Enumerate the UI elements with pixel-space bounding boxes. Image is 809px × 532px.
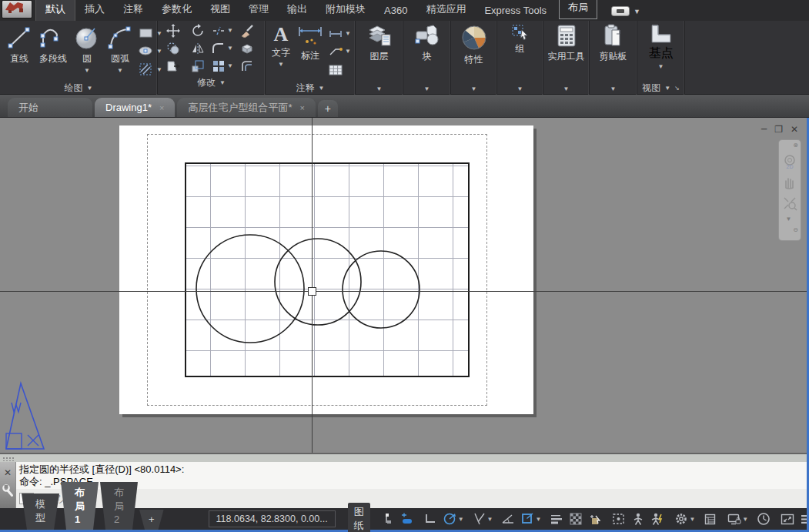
lock-ui-icon[interactable] xyxy=(725,510,743,528)
close-icon[interactable]: × xyxy=(299,103,304,112)
chevron-down-icon[interactable]: ▼ xyxy=(689,516,695,523)
chevron-down-icon[interactable]: ▼ xyxy=(658,63,664,70)
annotation-scale-icon[interactable] xyxy=(648,510,666,528)
layout-tab-model[interactable]: 模型 xyxy=(22,494,59,530)
explode-button[interactable] xyxy=(240,42,254,55)
text-button[interactable]: A 文字 ▼ xyxy=(269,23,293,81)
close-icon[interactable]: ✕ xyxy=(4,467,12,478)
panel-layers[interactable]: 图层 ▼ xyxy=(356,21,403,95)
layout-viewport[interactable] xyxy=(185,162,470,377)
tab-view[interactable]: 视图 xyxy=(201,0,239,21)
snap-mode-icon[interactable] xyxy=(398,510,416,528)
isodraft-icon[interactable] xyxy=(470,510,488,528)
object-snap-tracking-icon[interactable] xyxy=(499,510,516,528)
layout-tab-layout2[interactable]: 布局2 xyxy=(100,482,138,530)
chevron-down-icon[interactable]: ▼ xyxy=(117,67,123,74)
panel-clipboard[interactable]: 剪贴板 ▼ xyxy=(590,21,637,95)
panel-block[interactable]: 块 ▼ xyxy=(403,21,451,95)
chevron-down-icon[interactable]: ▼ xyxy=(458,516,464,523)
drawing-canvas[interactable]: ─ ❐ ✕ ⊗ 2D ▼ ⊖ xyxy=(0,118,809,453)
polyline-button[interactable]: 多段线 xyxy=(35,23,71,81)
dimension-button[interactable]: 标注 xyxy=(293,23,327,81)
tab-a360[interactable]: A360 xyxy=(375,1,416,21)
panel-utilities[interactable]: 实用工具 ▼ xyxy=(543,21,590,95)
chevron-down-icon[interactable]: ▼ xyxy=(84,67,90,74)
panel-label-annotate[interactable]: 注释▼ xyxy=(266,81,355,95)
chevron-down-icon[interactable]: ▼ xyxy=(633,8,640,15)
panel-properties[interactable]: 特性 ▼ xyxy=(451,21,497,95)
dock-drag-handle-icon[interactable] xyxy=(2,457,15,461)
tab-express-tools[interactable]: Express Tools xyxy=(475,1,556,21)
chevron-down-icon[interactable]: ▼ xyxy=(563,85,570,92)
chevron-down-icon[interactable]: ▼ xyxy=(517,85,523,92)
navigation-bar[interactable]: ⊗ 2D ▼ ⊖ xyxy=(778,139,801,241)
tab-output[interactable]: 输出 xyxy=(278,0,316,21)
tab-manage[interactable]: 管理 xyxy=(239,0,278,21)
selection-cycling-icon[interactable] xyxy=(586,510,603,528)
isolate-objects-icon[interactable] xyxy=(754,510,772,528)
leader-button[interactable]: ▼ xyxy=(329,47,351,56)
dialog-launcher-icon[interactable]: ↘ xyxy=(674,85,680,92)
chevron-down-icon[interactable]: ▼ xyxy=(278,61,284,68)
file-tab-drawing1[interactable]: Drawing1* × xyxy=(95,98,175,117)
file-tab-drawing2[interactable]: 高层住宅户型组合平面* × xyxy=(177,98,316,117)
basepoint-button[interactable]: 基点 xyxy=(649,45,674,62)
file-tab-start[interactable]: 开始 xyxy=(8,98,92,117)
application-menu-button[interactable] xyxy=(2,0,32,18)
paper-space-button[interactable]: 图纸 xyxy=(348,503,370,532)
panel-label-modify[interactable]: 修改▼ xyxy=(158,75,265,89)
workspace-gear-icon[interactable] xyxy=(672,510,690,528)
layout-tab-layout1[interactable]: 布局1 xyxy=(61,482,99,530)
chevron-down-icon[interactable]: ▼ xyxy=(610,85,617,92)
close-icon[interactable]: × xyxy=(159,103,164,112)
steering-wheel-2d-icon[interactable]: 2D xyxy=(782,154,797,169)
pan-hand-icon[interactable] xyxy=(782,176,797,189)
chevron-down-icon[interactable]: ▼ xyxy=(487,516,493,523)
chevron-down-icon[interactable]: ▼ xyxy=(424,85,430,92)
chevron-down-icon[interactable]: ▼ xyxy=(376,85,383,92)
chevron-down-icon[interactable]: ▼ xyxy=(786,217,792,222)
copy-button[interactable] xyxy=(166,42,180,55)
tab-insert[interactable]: 插入 xyxy=(75,0,114,21)
wrench-icon[interactable] xyxy=(2,484,14,497)
new-drawing-button[interactable]: + xyxy=(318,100,338,117)
quick-properties-icon[interactable] xyxy=(701,510,719,528)
chevron-down-icon[interactable]: ▼ xyxy=(227,45,233,52)
panel-label-view[interactable]: 视图▼ ↘ xyxy=(637,81,684,95)
offset-button[interactable] xyxy=(240,59,254,73)
move-button[interactable] xyxy=(166,24,180,38)
tab-default[interactable]: 默认 xyxy=(35,0,75,21)
tab-featured-apps[interactable]: 精选应用 xyxy=(416,0,475,21)
scale-button[interactable] xyxy=(191,59,205,73)
chevron-down-icon[interactable]: ▼ xyxy=(227,62,233,69)
close-icon[interactable]: ⊗ xyxy=(793,143,798,148)
annotation-autoscale-icon[interactable] xyxy=(629,510,647,528)
rotate-button[interactable] xyxy=(191,24,205,38)
chevron-down-icon[interactable]: ▼ xyxy=(742,516,748,523)
panel-label-draw[interactable]: 绘图▼ xyxy=(0,81,157,95)
arc-button[interactable]: 圆弧 ▼ xyxy=(103,23,137,81)
stretch-button[interactable] xyxy=(166,59,180,73)
array-button[interactable]: ▼ xyxy=(212,59,233,73)
object-snap-icon[interactable] xyxy=(518,510,536,528)
table-button[interactable] xyxy=(329,65,351,75)
command-dock-divider[interactable] xyxy=(0,453,809,462)
restore-icon[interactable]: ❐ xyxy=(774,124,783,135)
tab-layout[interactable]: 布局 xyxy=(559,0,597,19)
tab-parametric[interactable]: 参数化 xyxy=(152,0,201,21)
erase-button[interactable] xyxy=(240,24,254,38)
options-icon[interactable]: ⊖ xyxy=(793,228,798,233)
ortho-icon[interactable] xyxy=(422,510,440,528)
chevron-down-icon[interactable]: ▼ xyxy=(535,516,541,523)
graphics-performance-icon[interactable] xyxy=(778,510,796,528)
chevron-down-icon[interactable]: ▼ xyxy=(345,30,351,37)
zoom-extents-icon[interactable] xyxy=(782,196,797,211)
minimize-icon[interactable]: ─ xyxy=(761,124,767,135)
lineweight-icon[interactable] xyxy=(547,510,565,528)
circle-button[interactable]: 圆 ▼ xyxy=(71,23,103,81)
panel-group[interactable]: 组 ▼ xyxy=(497,21,543,95)
mirror-button[interactable] xyxy=(191,42,205,55)
close-icon[interactable]: ✕ xyxy=(791,124,798,135)
transparency-icon[interactable] xyxy=(567,510,584,528)
tab-addins[interactable]: 附加模块 xyxy=(316,0,375,21)
